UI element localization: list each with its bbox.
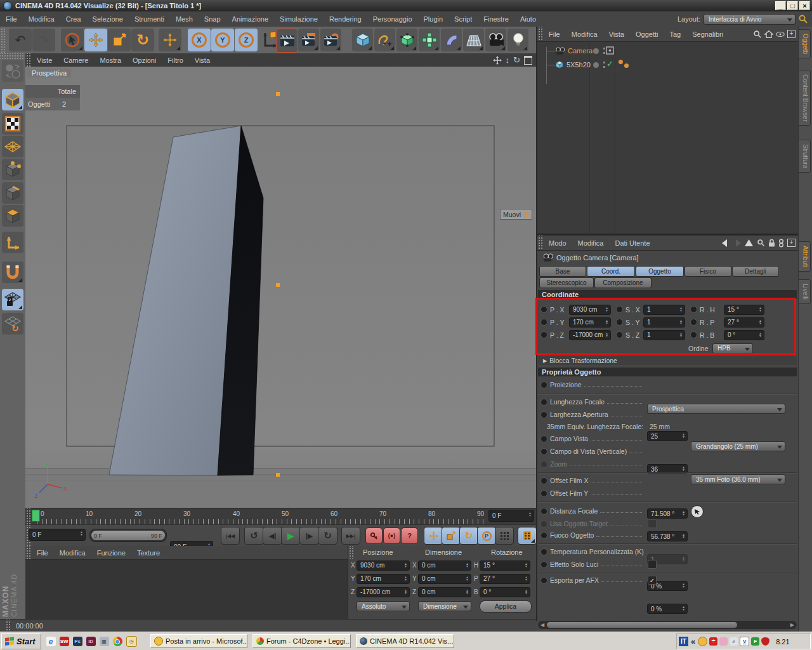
tray-clock-icon[interactable] <box>698 637 707 646</box>
viewport-canvas[interactable]: Y X Z Prospettiva Totale Oggetti2 Muovi <box>25 67 536 508</box>
viewport-menu-mostra[interactable]: Mostra <box>94 56 127 64</box>
add-light-button[interactable] <box>508 29 528 51</box>
tab-fisico[interactable]: Fisico <box>684 266 731 277</box>
tab-dettagli[interactable]: Dettagli <box>732 266 779 277</box>
cube-visibility-dot[interactable] <box>593 62 599 68</box>
status-drag-handle[interactable] <box>5 620 11 632</box>
viewport-menu-camere[interactable]: Camere <box>58 56 94 64</box>
blocca-trasformazione-group[interactable]: ▶ Blocca Trasformazione <box>538 356 797 365</box>
render-view-button[interactable] <box>276 29 298 53</box>
kf-dot-larghezza[interactable] <box>540 411 547 418</box>
coordinate-drag-handle[interactable] <box>348 546 354 559</box>
lock-workplane-button[interactable] <box>2 289 23 310</box>
apply-button[interactable]: Applica <box>480 600 532 613</box>
move-tool-secondary[interactable] <box>159 29 181 51</box>
key-pla-toggle[interactable] <box>495 527 514 545</box>
menu-modifica[interactable]: Modifica <box>23 15 60 23</box>
rot-h-field[interactable]: 15 °▲▼ <box>480 560 530 571</box>
menu-selezione[interactable]: Selezione <box>87 15 129 23</box>
polygons-mode-button[interactable] <box>2 205 23 227</box>
am-forward-icon[interactable] <box>732 239 742 247</box>
om-home-icon[interactable] <box>764 30 773 39</box>
add-modeling-array-button[interactable] <box>419 29 440 51</box>
kf-dot-esporta[interactable] <box>540 577 547 584</box>
live-select-tool[interactable] <box>61 29 84 51</box>
viewport-menu-filtro[interactable]: Filtro <box>162 56 188 64</box>
restore-button[interactable]: □ <box>787 1 798 10</box>
quicklaunch-chrome-icon[interactable] <box>113 637 122 646</box>
am-menu-modifica[interactable]: Modifica <box>572 239 610 247</box>
pos-x-field[interactable]: 9030 cm▲▼ <box>357 560 410 571</box>
menu-snap[interactable]: Snap <box>199 15 226 23</box>
close-button[interactable]: × <box>799 1 810 10</box>
am-up-icon[interactable] <box>745 239 753 246</box>
layout-search-icon[interactable] <box>798 14 808 24</box>
am-lock-icon[interactable] <box>768 239 775 247</box>
material-menu-drag-handle[interactable] <box>25 546 31 559</box>
move-tool[interactable] <box>84 29 107 51</box>
play-backwards-button[interactable]: ↺ <box>244 527 264 545</box>
kf-dot-fuoco[interactable] <box>540 532 547 539</box>
add-spline-button[interactable] <box>374 29 395 51</box>
lunghezza-focale-field[interactable]: 25▲▼ <box>647 431 688 441</box>
cube-tag-dot[interactable] <box>619 60 623 64</box>
om-menu-tag[interactable]: Tag <box>664 30 686 38</box>
om-menu-vista[interactable]: Vista <box>603 30 630 38</box>
previous-frame-button[interactable]: ◀| <box>263 527 282 545</box>
mode-toolbar-drag-handle[interactable] <box>0 53 25 60</box>
material-menu-modifica[interactable]: Modifica <box>54 549 91 557</box>
campo-vista-field[interactable]: 71.508 °▲▼ <box>647 508 688 519</box>
side-tab-struttura[interactable]: Struttura <box>798 140 811 173</box>
menu-simulazione[interactable]: Simulazione <box>274 15 324 23</box>
om-menu-segnalibri[interactable]: Segnalibri <box>686 30 729 38</box>
am-menu-modo[interactable]: Modo <box>543 239 572 247</box>
tray-shield-icon[interactable] <box>761 637 769 646</box>
object-row-5x5h20[interactable]: 5X5h20 <box>537 58 799 71</box>
kf-dot-campo-vista[interactable] <box>540 435 547 442</box>
om-search-icon[interactable] <box>753 30 762 39</box>
tray-antivirus-icon[interactable]: ☂ <box>709 637 717 646</box>
am-add-panel-icon[interactable]: + <box>787 239 796 247</box>
coordinate-mode-dropdown[interactable]: Assoluto <box>357 601 410 611</box>
add-cube-primitive-button[interactable] <box>352 29 373 51</box>
frame-start-field[interactable]: 0 F▲▼ <box>29 529 86 541</box>
tab-oggetto[interactable]: Oggetto <box>636 266 684 277</box>
toolbar-drag-handle[interactable] <box>0 27 6 53</box>
menu-finestre[interactable]: Finestre <box>478 15 514 23</box>
redo-button[interactable]: ↷ <box>32 29 55 51</box>
render-settings-button[interactable] <box>320 29 341 51</box>
dim-y-field[interactable]: 0 cm▲▼ <box>418 574 471 584</box>
tray-character-icon[interactable] <box>719 637 728 646</box>
y-axis-lock-button[interactable]: Y <box>211 29 234 51</box>
edges-mode-button[interactable] <box>2 182 23 204</box>
add-camera-button[interactable] <box>485 29 506 51</box>
ke-dot-proiezione[interactable] <box>540 381 547 388</box>
tray-vc-icon[interactable]: V <box>740 637 749 646</box>
am-back-icon[interactable] <box>721 239 731 247</box>
am-link-icon[interactable] <box>778 239 784 248</box>
kf-dot-distanza[interactable] <box>540 508 547 515</box>
current-frame-field[interactable]: 0 F▲▼ <box>488 510 534 522</box>
menu-script[interactable]: Script <box>449 15 478 23</box>
scroll-right-arrow-icon[interactable]: ▶ <box>790 622 794 628</box>
quicklaunch-solidworks-icon[interactable]: SW <box>60 637 69 646</box>
side-tab-livelli[interactable]: Livelli <box>798 279 811 304</box>
task-button-forum[interactable]: Forum - C4Dzone • Leggi... <box>252 634 351 648</box>
menu-aiuto[interactable]: Aiuto <box>514 15 542 23</box>
play-button[interactable]: ▶ <box>281 527 301 545</box>
side-tab-attributi[interactable]: Attributi <box>798 241 811 272</box>
enable-snap-button[interactable] <box>2 262 23 283</box>
material-menu-funzione[interactable]: Funzione <box>91 549 131 557</box>
larghezza-apertura-preset-dropdown[interactable]: 35 mm Foto (36.0 mm) <box>691 474 785 484</box>
menu-rendering[interactable]: Rendering <box>324 15 367 23</box>
om-menu-file[interactable]: File <box>543 30 566 38</box>
play-loop-button[interactable]: ↻ <box>318 527 337 545</box>
am-drag-handle[interactable] <box>537 235 543 250</box>
kf-dot-offset-x[interactable] <box>540 477 547 484</box>
texture-mode-button[interactable] <box>2 113 23 135</box>
next-frame-button[interactable]: |▶ <box>299 527 319 545</box>
tray-chevron[interactable]: « <box>691 637 695 646</box>
key-position-toggle[interactable] <box>424 527 443 545</box>
material-list-area[interactable] <box>25 560 348 620</box>
quicklaunch-photoshop-icon[interactable]: Ps <box>73 637 82 646</box>
